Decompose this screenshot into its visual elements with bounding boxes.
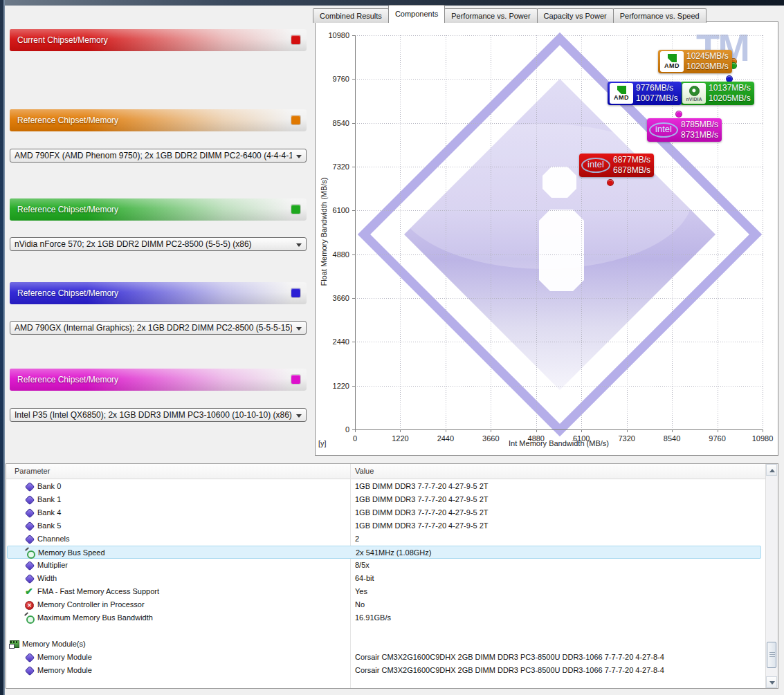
table-row-bank-4[interactable]: Bank 41GB DIMM DDR3 7-7-7-20 4-27-9-5 2T [7,506,761,519]
gridline-horizontal [355,35,763,36]
table-row-memory-bus-speed[interactable]: Memory Bus Speed2x 541MHz (1.08GHz) [7,546,761,559]
tab-performance-vs-power[interactable]: Performance vs. Power [444,8,537,23]
parameter-name: Multiplier [37,559,68,572]
table-row-multiplier[interactable]: Multiplier8/5x [7,559,761,572]
benchmark-window: Current Chipset/MemoryReference Chipset/… [0,0,784,695]
nvidia-eye-glyph [689,86,700,96]
parameter-table: Parameter Value Bank 01GB DIMM DDR3 7-7-… [6,463,778,689]
amd-logo-icon: AMD [610,83,633,104]
tab-capacity-vs-power[interactable]: Capacity vs Power [537,8,614,23]
chipset-group-title: Reference Chipset/Memory [10,369,307,391]
gridline-horizontal [355,254,763,255]
series-color-swatch [291,288,300,297]
scroll-up-button[interactable] [766,464,777,476]
chart-panel: TM 0122024403660488061007320854097601098… [315,21,778,456]
parameter-value: 1GB DIMM DDR3 7-7-7-20 4-27-9-5 2T [355,506,489,519]
table-row-bank-0[interactable]: Bank 01GB DIMM DDR3 7-7-7-20 4-27-9-5 2T [7,480,761,493]
diamond-icon [25,535,35,544]
amd-arrow-glyph [617,86,626,94]
parameter-value: 64-bit [355,572,374,585]
intel-logo-icon: intel [581,158,610,173]
gridline-vertical [400,35,401,429]
x-axis-title: Int Memory Bandwidth (MB/s) [355,439,763,447]
table-row-memory-controller-in-processor[interactable]: Memory Controller in ProcessorNo [7,598,761,611]
scroll-thumb[interactable] [767,642,776,668]
chevron-down-icon[interactable] [296,243,302,247]
y-tick-label: 10980 [318,31,349,39]
parameter-name: Memory Module [37,651,92,664]
gridline-horizontal [355,210,763,211]
chipset-group-header: Reference Chipset/Memory [10,369,307,391]
parameter-value: 1GB DIMM DDR3 7-7-7-20 4-27-9-5 2T [355,519,489,532]
bandwidth-values: 8785MB/s8731MB/s [681,120,718,140]
diamond-icon [25,508,35,518]
bandwidth-values: 10137MB/s10205MB/s [709,83,751,104]
parameter-name: Memory Controller in Processor [37,598,145,611]
gridline-horizontal [355,167,763,167]
data-label-amd-790fx-reference: AMD10245MB/s10203MB/s [658,50,732,73]
table-row-bank-1[interactable]: Bank 11GB DIMM DDR3 7-7-7-20 4-27-9-5 2T [7,493,761,506]
parameter-name: Memory Module(s) [22,638,86,651]
amd-logo-text: AMD [664,63,680,69]
amd-logo-icon: AMD [660,51,684,72]
diamond-icon [25,561,35,571]
parameter-name: Width [37,572,57,585]
chipset-dropdown-3[interactable]: AMD 790GX (Internal Graphics); 2x 1GB DD… [10,321,307,335]
column-header-parameter[interactable]: Parameter [15,464,50,478]
table-row-memory-module-s[interactable]: Memory Module(s) [7,638,761,651]
diamond-icon [25,482,35,492]
data-label-intel-p35-reference: intel8785MB/s8731MB/s [647,118,722,142]
check-icon [25,587,35,597]
axis-corner-label: [y] [318,439,327,447]
gridline-horizontal [355,342,763,342]
gridline-vertical [446,35,446,429]
parameter-name: Bank 5 [37,519,61,532]
parameter-value: 2 [355,532,359,546]
diamond-icon [25,574,35,584]
y-tick-label: 1220 [318,382,349,390]
tab-bar: Combined ResultsComponentsPerformance vs… [313,6,706,23]
parameter-value: 16.91GB/s [355,611,391,624]
series-color-swatch [291,205,300,214]
parameter-value: No [355,598,365,611]
data-label-current-chipset-memory-intel: intel6877MB/s6878MB/s [579,154,654,177]
parameter-name: Bank 0 [37,480,61,493]
dropdown-selected-value: nVidia nForce 570; 2x 1GB DDR2 DIMM PC2-… [15,238,292,250]
chipset-dropdown-1[interactable]: AMD 790FX (AMD Phenom 9750); 2x 1GB DDR2… [10,149,307,163]
x-axis-line [352,429,763,430]
parameter-value: Corsair CM3X2G1600C9DHX 2GB DIMM DDR3 PC… [355,664,664,677]
parameter-name: Memory Bus Speed [38,546,105,559]
chevron-down-icon[interactable] [296,155,302,158]
chevron-down-icon[interactable] [296,414,302,418]
y-axis-line [355,35,356,430]
table-row-memory-module[interactable]: Memory ModuleCorsair CM3X2G1600C9DHX 2GB… [7,651,761,664]
column-header-value[interactable]: Value [355,464,374,478]
table-row-channels[interactable]: Channels2 [7,532,761,546]
table-row-bank-5[interactable]: Bank 51GB DIMM DDR3 7-7-7-20 4-27-9-5 2T [7,519,761,532]
chipset-dropdown-4[interactable]: Intel P35 (Intel QX6850); 2x 1GB DDR3 DI… [10,408,307,422]
parameter-name: Maximum Memory Bus Bandwidth [37,611,153,624]
amd-arrow-glyph [668,54,677,62]
chevron-down-icon[interactable] [296,327,302,331]
tab-components[interactable]: Components [388,5,445,23]
parameter-value: 1GB DIMM DDR3 7-7-7-20 4-27-9-5 2T [355,493,489,506]
table-scrollbar[interactable] [765,464,778,688]
chipset-group-title: Reference Chipset/Memory [10,198,307,221]
window-bottom-strip [5,689,784,695]
table-row-memory-module[interactable]: Memory ModuleCorsair CM3X2G1600C9DHX 2GB… [7,664,761,677]
bandwidth-values: 9776MB/s10077MB/s [636,83,678,104]
tab-combined-results[interactable]: Combined Results [313,8,389,23]
intel-logo-icon: intel [649,122,678,138]
data-label-nvidia-nforce-570-reference: nVIDIA10137MB/s10205MB/s [680,82,754,105]
diamond-icon [25,495,35,505]
intel-logo-text: intel [581,158,610,173]
table-row-fma-fast-memory-access-support[interactable]: FMA - Fast Memory Access SupportYes [7,585,761,598]
tab-performance-vs-speed[interactable]: Performance vs. Speed [613,8,706,23]
table-row-maximum-memory-bus-bandwidth[interactable]: Maximum Memory Bus Bandwidth16.91GB/s [7,611,761,624]
chipset-dropdown-2[interactable]: nVidia nForce 570; 2x 1GB DDR2 DIMM PC2-… [10,237,307,251]
parameter-name: Bank 1 [37,493,61,506]
chipset-group-header: Reference Chipset/Memory [10,109,307,131]
table-row-width[interactable]: Width64-bit [7,572,761,585]
parameter-value: 1GB DIMM DDR3 7-7-7-20 4-27-9-5 2T [355,480,489,493]
scroll-down-button[interactable] [766,676,777,688]
